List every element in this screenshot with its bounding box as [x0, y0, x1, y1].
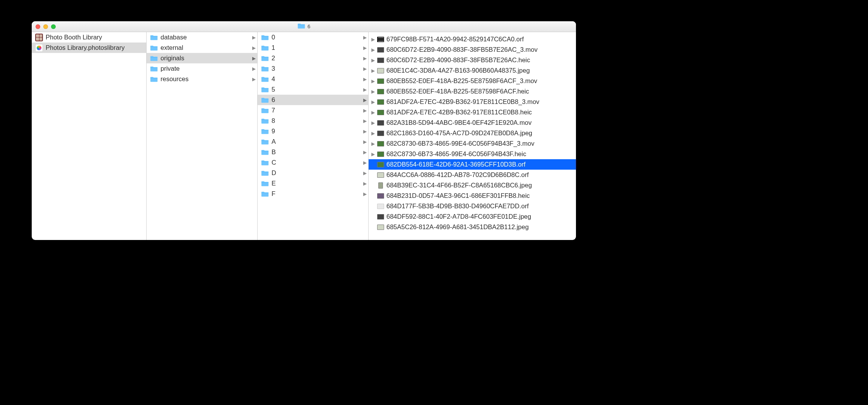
file-row[interactable]: ▶680EB552-E0EF-418A-B225-5E87598F6ACF_3.… — [369, 76, 576, 86]
titlebar[interactable]: 6 — [32, 21, 576, 32]
column-3[interactable]: 0▶1▶2▶3▶4▶5▶6▶7▶8▶9▶A▶B▶C▶D▶E▶F▶ — [258, 32, 369, 240]
file-row[interactable]: ▶680C6D72-E2B9-4090-883F-38FB5B7E26AC_3.… — [369, 44, 576, 55]
folder-row[interactable]: E▶ — [258, 178, 368, 189]
folder-row[interactable]: 5▶ — [258, 84, 368, 95]
folder-row[interactable]: 8▶ — [258, 116, 368, 126]
folder-icon — [261, 148, 269, 157]
file-row[interactable]: 684B231D-0D57-4AE3-96C1-686EF301FFB8.hei… — [369, 191, 576, 201]
column-4[interactable]: ▶679B8ACC-EA10-470C-A02B-3B6F31A86E83.or… — [369, 32, 576, 240]
folder-row[interactable]: originals▶ — [147, 53, 257, 63]
folder-row[interactable]: external▶ — [147, 43, 257, 53]
file-row[interactable]: 684D177F-5B3B-4D9B-B830-D4960CFAE7DD.orf — [369, 201, 576, 211]
nav-arrow-icon: ▶ — [362, 160, 367, 165]
file-row[interactable]: ▶682C8730-6B73-4865-99E4-6C056F94B43F.he… — [369, 149, 576, 159]
folder-icon — [261, 169, 269, 177]
item-label: A — [272, 138, 362, 145]
item-label: 679B8ACC-EA10-470C-A02B-3B6F31A86E83.orf — [386, 32, 574, 32]
item-label: 680EB552-E0EF-418A-B225-5E87598F6ACF.hei… — [386, 88, 574, 95]
file-thumbnail-icon — [377, 119, 384, 126]
finder-window: 6 Photo Booth LibraryPhotos Library.phot… — [32, 21, 576, 240]
file-row[interactable]: ▶680EB552-E0EF-418A-B225-5E87598F6ACF.he… — [369, 86, 576, 97]
file-row[interactable]: ▶679FC98B-F571-4A20-9942-8529147C6CA0.or… — [369, 34, 576, 44]
folder-row[interactable]: F▶ — [258, 189, 368, 199]
folder-row[interactable]: 7▶ — [258, 105, 368, 116]
item-label: 685A5C26-812A-4969-A681-3451DBA2B112.jpe… — [386, 223, 574, 231]
folder-icon — [261, 75, 269, 83]
folder-row[interactable]: 9▶ — [258, 126, 368, 136]
expand-arrow-icon: ▶ — [370, 110, 376, 115]
folder-row[interactable]: 1▶ — [258, 43, 368, 53]
file-row[interactable]: 684DF592-88C1-40F2-A7D8-4FC603FE01DE.jpe… — [369, 211, 576, 222]
item-label: 682C1863-D160-475A-AC7D-09D247EB0D8A.jpe… — [386, 129, 574, 137]
nav-arrow-icon: ▶ — [362, 77, 367, 82]
file-row[interactable]: ▶680C6D72-E2B9-4090-883F-38FB5B7E26AC.he… — [369, 55, 576, 65]
folder-row[interactable]: database▶ — [147, 32, 257, 43]
file-thumbnail-icon — [377, 140, 384, 147]
item-label: 682C8730-6B73-4865-99E4-6C056F94B43F_3.m… — [386, 140, 574, 147]
column-1[interactable]: Photo Booth LibraryPhotos Library.photos… — [32, 32, 147, 240]
folder-row[interactable]: Photos Library.photoslibrary — [32, 43, 146, 53]
nav-arrow-icon: ▶ — [362, 87, 367, 92]
folder-row[interactable]: 2▶ — [258, 53, 368, 63]
expand-arrow-icon: ▶ — [370, 58, 376, 63]
folder-row[interactable]: private▶ — [147, 63, 257, 74]
folder-row[interactable]: 6▶ — [258, 95, 368, 105]
folder-row[interactable]: D▶ — [258, 168, 368, 178]
item-label: 3 — [272, 65, 362, 72]
item-label: 681ADF2A-E7EC-42B9-B362-917E811CE0B8_3.m… — [386, 98, 574, 106]
file-thumbnail-icon — [377, 182, 384, 189]
folder-icon — [150, 33, 158, 42]
folder-icon — [261, 85, 269, 94]
file-row[interactable]: ▶682C8730-6B73-4865-99E4-6C056F94B43F_3.… — [369, 138, 576, 149]
zoom-button[interactable] — [51, 24, 56, 29]
file-row[interactable]: 685A5C26-812A-4969-A681-3451DBA2B112.jpe… — [369, 222, 576, 232]
item-label: 1 — [272, 44, 362, 51]
file-thumbnail-icon — [377, 224, 384, 231]
file-thumbnail-icon — [377, 88, 384, 95]
file-row[interactable]: 684B39EC-31C4-4F66-B52F-C8A65168CBC6.jpe… — [369, 180, 576, 191]
window-title-text: 6 — [308, 24, 310, 29]
nav-arrow-icon: ▶ — [251, 56, 256, 61]
file-row[interactable]: 684ACC6A-0886-412D-AB78-702C9D6B6D8C.orf — [369, 170, 576, 180]
folder-row[interactable]: resources▶ — [147, 74, 257, 84]
item-label: 4 — [272, 75, 362, 83]
file-row[interactable]: ▶682A31B8-5D94-4ABC-9BE4-0EF42F1E920A.mo… — [369, 117, 576, 128]
folder-row[interactable]: A▶ — [258, 136, 368, 147]
item-label: 680C6D72-E2B9-4090-883F-38FB5B7E26AC_3.m… — [386, 46, 574, 53]
folder-row[interactable]: C▶ — [258, 157, 368, 168]
item-label: private — [161, 65, 251, 72]
folder-row[interactable]: 3▶ — [258, 63, 368, 74]
nav-arrow-icon: ▶ — [362, 129, 367, 134]
folder-row[interactable]: Photo Booth Library — [32, 32, 146, 43]
nav-arrow-icon: ▶ — [251, 35, 256, 40]
file-row[interactable]: 682DB554-618E-42D6-92A1-3695CFF10D3B.orf — [369, 159, 576, 170]
expand-arrow-icon: ▶ — [370, 89, 376, 94]
file-row[interactable]: ▶682C1863-D160-475A-AC7D-09D247EB0D8A.jp… — [369, 128, 576, 138]
file-thumbnail-icon — [377, 109, 384, 116]
nav-arrow-icon: ▶ — [362, 170, 367, 176]
item-label: 6 — [272, 96, 362, 104]
photos-library-icon — [35, 44, 43, 52]
folder-row[interactable]: 4▶ — [258, 74, 368, 84]
item-label: C — [272, 159, 362, 166]
minimize-button[interactable] — [43, 24, 48, 29]
nav-arrow-icon: ▶ — [362, 66, 367, 71]
window-controls — [32, 24, 56, 29]
folder-icon — [150, 54, 158, 63]
item-label: 684B39EC-31C4-4F66-B52F-C8A65168CBC6.jpe… — [386, 182, 574, 189]
file-thumbnail-icon — [377, 32, 384, 32]
expand-arrow-icon: ▶ — [370, 37, 376, 42]
folder-icon — [261, 33, 269, 42]
file-thumbnail-icon — [377, 213, 384, 220]
folder-row[interactable]: B▶ — [258, 147, 368, 157]
file-row[interactable]: ▶681ADF2A-E7EC-42B9-B362-917E811CE0B8.he… — [369, 107, 576, 117]
item-label: D — [272, 169, 362, 177]
file-thumbnail-icon — [377, 192, 384, 199]
folder-row[interactable]: 0▶ — [258, 32, 368, 43]
file-row[interactable]: ▶681ADF2A-E7EC-42B9-B362-917E811CE0B8_3.… — [369, 97, 576, 107]
file-row[interactable]: ▶680E1C4C-3D8A-4A27-B163-906B60A48375.jp… — [369, 65, 576, 76]
column-2[interactable]: database▶external▶originals▶private▶reso… — [147, 32, 258, 240]
close-button[interactable] — [36, 24, 40, 29]
nav-arrow-icon: ▶ — [362, 150, 367, 155]
photo-booth-icon — [35, 33, 43, 42]
